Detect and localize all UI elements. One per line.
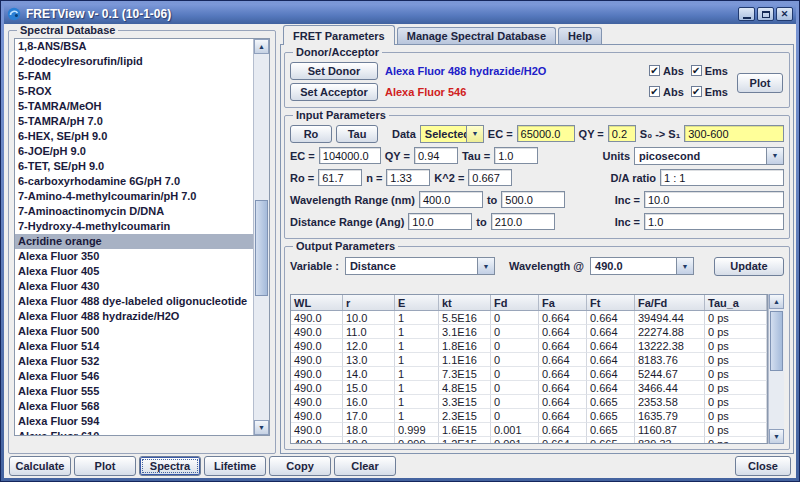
table-cell[interactable]: 12.0: [343, 339, 395, 353]
list-item[interactable]: Alexa Fluor 514: [15, 339, 253, 354]
column-header-e[interactable]: E: [395, 295, 439, 310]
table-cell[interactable]: 0 ps: [705, 395, 767, 409]
table-cell[interactable]: 0 ps: [705, 325, 767, 339]
table-cell[interactable]: 0: [491, 311, 539, 325]
table-cell[interactable]: 0.664: [539, 395, 587, 409]
wavelength-to-field[interactable]: 500.0: [501, 191, 565, 208]
list-item[interactable]: 5-ROX: [15, 84, 253, 99]
table-cell[interactable]: 22274.88: [635, 325, 705, 339]
table-cell[interactable]: 490.0: [291, 339, 343, 353]
list-item[interactable]: 6-TET, SE/pH 9.0: [15, 159, 253, 174]
acceptor-abs-checkbox[interactable]: ✔ Abs: [649, 86, 684, 98]
k2-field[interactable]: 0.667: [468, 169, 512, 186]
table-cell[interactable]: 5244.67: [635, 367, 705, 381]
table-cell[interactable]: 13222.38: [635, 339, 705, 353]
units-combo[interactable]: picosecond ▼: [634, 147, 784, 165]
table-cell[interactable]: 0.664: [539, 311, 587, 325]
lifetime-button[interactable]: Lifetime: [204, 456, 266, 476]
column-header-fd[interactable]: Fd: [491, 295, 539, 310]
qy-acceptor-field[interactable]: 0.2: [608, 125, 636, 142]
table-cell[interactable]: 0: [491, 367, 539, 381]
table-cell[interactable]: 0 ps: [705, 311, 767, 325]
acceptor-ems-checkbox[interactable]: ✔ Ems: [691, 86, 728, 98]
list-item[interactable]: Alexa Fluor 500: [15, 324, 253, 339]
table-cell[interactable]: 0 ps: [705, 437, 767, 443]
list-item[interactable]: 6-JOE/pH 9.0: [15, 144, 253, 159]
list-item[interactable]: Alexa Fluor 532: [15, 354, 253, 369]
ec-acceptor-field[interactable]: 65000.0: [517, 125, 575, 142]
table-cell[interactable]: 2.3E15: [439, 409, 491, 423]
table-cell[interactable]: 1: [395, 409, 439, 423]
maximize-button[interactable]: [757, 7, 774, 21]
table-cell[interactable]: 1: [395, 381, 439, 395]
table-cell[interactable]: 0: [491, 409, 539, 423]
list-item[interactable]: 6-carboxyrhodamine 6G/pH 7.0: [15, 174, 253, 189]
ro-field[interactable]: 61.7: [318, 169, 362, 186]
column-header-wl[interactable]: WL: [291, 295, 343, 310]
ro-button[interactable]: Ro: [290, 125, 332, 143]
table-cell[interactable]: 0.665: [587, 395, 635, 409]
window-close-button[interactable]: ✕: [776, 7, 793, 21]
table-cell[interactable]: 0.664: [539, 367, 587, 381]
close-button[interactable]: Close: [735, 456, 791, 476]
table-cell[interactable]: 0.664: [587, 311, 635, 325]
table-cell[interactable]: 1: [395, 311, 439, 325]
table-cell[interactable]: 0 ps: [705, 367, 767, 381]
list-item[interactable]: Alexa Fluor 405: [15, 264, 253, 279]
distance-to-field[interactable]: 210.0: [491, 213, 555, 230]
table-cell[interactable]: 14.0: [343, 367, 395, 381]
table-cell[interactable]: 0: [491, 339, 539, 353]
list-scroll-down-button[interactable]: ▼: [254, 420, 269, 435]
copy-button[interactable]: Copy: [269, 456, 331, 476]
n-field[interactable]: 1.33: [386, 169, 430, 186]
list-item[interactable]: 7-Hydroxy-4-methylcoumarin: [15, 219, 253, 234]
s0-s1-field[interactable]: 300-600: [684, 125, 784, 142]
table-cell[interactable]: 3466.44: [635, 381, 705, 395]
table-cell[interactable]: 4.8E15: [439, 381, 491, 395]
table-cell[interactable]: 0 ps: [705, 353, 767, 367]
donor-abs-checkbox[interactable]: ✔ Abs: [649, 65, 684, 77]
table-cell[interactable]: 0: [491, 353, 539, 367]
list-scrollbar[interactable]: ▲ ▼: [253, 39, 269, 435]
table-cell[interactable]: 0.664: [539, 437, 587, 443]
table-cell[interactable]: 1.1E16: [439, 353, 491, 367]
donor-ems-checkbox[interactable]: ✔ Ems: [691, 65, 728, 77]
plot-button[interactable]: Plot: [74, 456, 136, 476]
table-cell[interactable]: 13.0: [343, 353, 395, 367]
list-item[interactable]: 2-dodecylresorufin/lipid: [15, 54, 253, 69]
list-scrollbar-thumb[interactable]: [255, 200, 268, 295]
table-cell[interactable]: 0.665: [587, 409, 635, 423]
table-scrollbar-track[interactable]: [769, 309, 784, 429]
table-scrollbar[interactable]: ▲ ▼: [768, 294, 784, 444]
table-cell[interactable]: 0 ps: [705, 339, 767, 353]
tab-manage-spectral-database[interactable]: Manage Spectral Database: [397, 27, 556, 44]
list-scrollbar-track[interactable]: [254, 54, 269, 420]
list-item[interactable]: 7-Aminoactinomycin D/DNA: [15, 204, 253, 219]
table-cell[interactable]: 490.0: [291, 395, 343, 409]
table-cell[interactable]: 0 ps: [705, 381, 767, 395]
table-cell[interactable]: 17.0: [343, 409, 395, 423]
list-item[interactable]: Alexa Fluor 568: [15, 399, 253, 414]
combo-arrow-icon[interactable]: ▼: [676, 258, 693, 274]
table-cell[interactable]: 3.1E16: [439, 325, 491, 339]
table-cell[interactable]: 3.3E15: [439, 395, 491, 409]
table-cell[interactable]: 1: [395, 395, 439, 409]
table-cell[interactable]: 0.664: [587, 381, 635, 395]
list-item[interactable]: Alexa Fluor 555: [15, 384, 253, 399]
spectral-database-list[interactable]: 1,8-ANS/BSA2-dodecylresorufin/lipid5-FAM…: [15, 39, 253, 435]
table-cell[interactable]: 0.664: [587, 353, 635, 367]
list-item[interactable]: Alexa Fluor 546: [15, 369, 253, 384]
wavelength-inc-field[interactable]: 10.0: [644, 191, 784, 208]
table-cell[interactable]: 0 ps: [705, 409, 767, 423]
calculate-button[interactable]: Calculate: [9, 456, 71, 476]
table-cell[interactable]: 0.665: [587, 423, 635, 437]
tab-help[interactable]: Help: [558, 27, 602, 44]
table-cell[interactable]: 5.5E16: [439, 311, 491, 325]
table-cell[interactable]: 490.0: [291, 437, 343, 443]
qy-donor-field[interactable]: 0.94: [414, 147, 458, 164]
table-cell[interactable]: 0.001: [491, 423, 539, 437]
table-cell[interactable]: 0.999: [395, 437, 439, 443]
table-scroll-down-button[interactable]: ▼: [769, 429, 784, 444]
table-cell[interactable]: 0.999: [395, 423, 439, 437]
table-cell[interactable]: 490.0: [291, 409, 343, 423]
